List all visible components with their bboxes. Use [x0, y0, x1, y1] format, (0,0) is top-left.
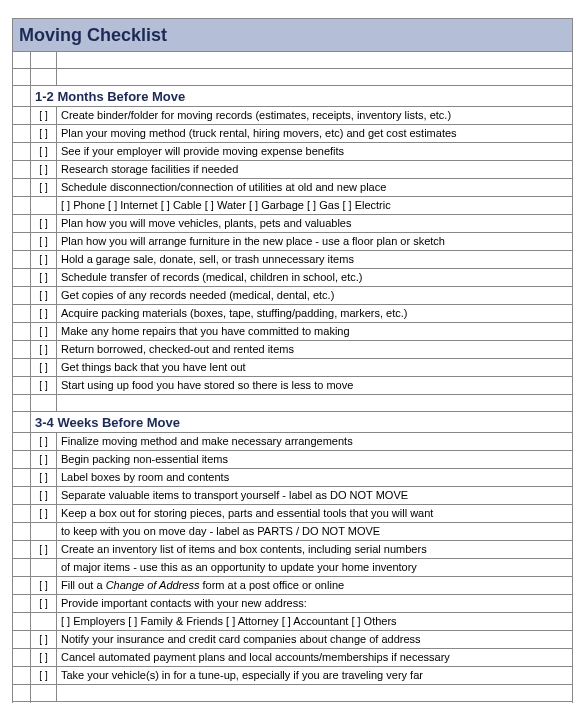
checklist-item-text: Start using up food you have stored so t… [57, 377, 573, 395]
checklist-table: Moving Checklist1-2 Months Before Move[ … [12, 18, 573, 703]
checklist-item-text: Notify your insurance and credit card co… [57, 631, 573, 649]
checklist-item-text: Provide important contacts with your new… [57, 595, 573, 613]
checklist-item-text: Return borrowed, checked-out and rented … [57, 341, 573, 359]
checklist-item-text: Keep a box out for storing pieces, parts… [57, 505, 573, 523]
checklist-sub-options: [ ] Employers [ ] Family & Friends [ ] A… [57, 613, 573, 631]
checkbox[interactable]: [ ] [31, 451, 57, 469]
checklist-sub-options: [ ] Phone [ ] Internet [ ] Cable [ ] Wat… [57, 197, 573, 215]
checkbox[interactable]: [ ] [31, 359, 57, 377]
checklist-item-continuation: to keep with you on move day - label as … [57, 523, 573, 541]
checkbox[interactable]: [ ] [31, 469, 57, 487]
checklist-item-text: Research storage facilities if needed [57, 161, 573, 179]
checkbox[interactable]: [ ] [31, 649, 57, 667]
checkbox[interactable]: [ ] [31, 233, 57, 251]
checkbox[interactable]: [ ] [31, 161, 57, 179]
section-heading: 1-2 Months Before Move [31, 86, 573, 107]
checkbox[interactable]: [ ] [31, 323, 57, 341]
checklist-item-continuation: of major items - use this as an opportun… [57, 559, 573, 577]
section-heading: 3-4 Weeks Before Move [31, 412, 573, 433]
checklist-item-text: Plan how you will move vehicles, plants,… [57, 215, 573, 233]
checkbox[interactable]: [ ] [31, 577, 57, 595]
checklist-item-text: Get copies of any records needed (medica… [57, 287, 573, 305]
checklist-item-text: Cancel automated payment plans and local… [57, 649, 573, 667]
checkbox[interactable]: [ ] [31, 341, 57, 359]
checkbox[interactable]: [ ] [31, 143, 57, 161]
checklist-item-text: Get things back that you have lent out [57, 359, 573, 377]
checkbox[interactable]: [ ] [31, 667, 57, 685]
checklist-item-text: Schedule disconnection/connection of uti… [57, 179, 573, 197]
checklist-item-text: Acquire packing materials (boxes, tape, … [57, 305, 573, 323]
checklist-item-text: See if your employer will provide moving… [57, 143, 573, 161]
checklist-item-text: Schedule transfer of records (medical, c… [57, 269, 573, 287]
checkbox[interactable]: [ ] [31, 179, 57, 197]
checkbox[interactable]: [ ] [31, 287, 57, 305]
checkbox[interactable]: [ ] [31, 269, 57, 287]
checklist-item-text: Create binder/folder for moving records … [57, 107, 573, 125]
checklist-item-text: Take your vehicle(s) in for a tune-up, e… [57, 667, 573, 685]
checkbox[interactable]: [ ] [31, 487, 57, 505]
checklist-item-text: Label boxes by room and contents [57, 469, 573, 487]
checklist-item-text: Plan your moving method (truck rental, h… [57, 125, 573, 143]
checkbox[interactable]: [ ] [31, 251, 57, 269]
checklist-item-text: Begin packing non-essential items [57, 451, 573, 469]
checkbox[interactable]: [ ] [31, 377, 57, 395]
checklist-item-text: Finalize moving method and make necessar… [57, 433, 573, 451]
checkbox[interactable]: [ ] [31, 305, 57, 323]
checkbox[interactable]: [ ] [31, 505, 57, 523]
checklist-item-text: Separate valuable items to transport you… [57, 487, 573, 505]
checkbox[interactable]: [ ] [31, 595, 57, 613]
checklist-item-text: Create an inventory list of items and bo… [57, 541, 573, 559]
checkbox[interactable]: [ ] [31, 215, 57, 233]
checkbox[interactable]: [ ] [31, 433, 57, 451]
checklist-item-text: Plan how you will arrange furniture in t… [57, 233, 573, 251]
checkbox[interactable]: [ ] [31, 107, 57, 125]
document-title: Moving Checklist [13, 19, 573, 52]
checklist-item-text: Hold a garage sale, donate, sell, or tra… [57, 251, 573, 269]
checkbox[interactable]: [ ] [31, 631, 57, 649]
checkbox[interactable]: [ ] [31, 125, 57, 143]
checklist-item-text: Make any home repairs that you have comm… [57, 323, 573, 341]
checkbox[interactable]: [ ] [31, 541, 57, 559]
checklist-item-text: Fill out a Change of Address form at a p… [57, 577, 573, 595]
